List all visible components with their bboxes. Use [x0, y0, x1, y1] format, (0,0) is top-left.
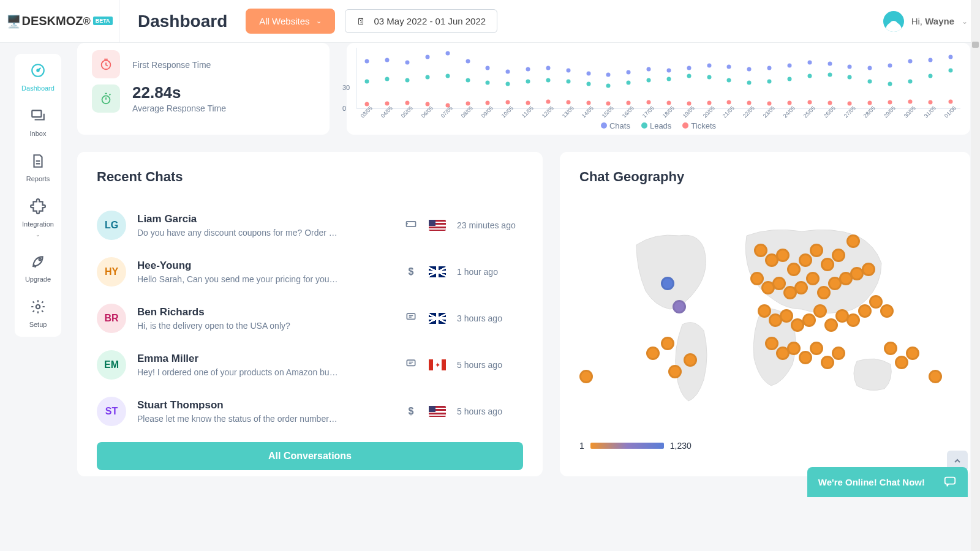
avg-response-label: Average Response Time: [132, 103, 226, 113]
map-marker[interactable]: [661, 277, 674, 290]
chat-time: 3 hours ago: [457, 313, 523, 323]
map-marker[interactable]: [758, 304, 771, 318]
map-marker[interactable]: [802, 313, 816, 327]
sidebar-item-reports[interactable]: Reports: [15, 153, 61, 182]
chat-type-icon: $: [404, 266, 418, 277]
map-marker[interactable]: [799, 351, 812, 364]
map-marker[interactable]: [884, 342, 897, 355]
map-marker[interactable]: [673, 300, 686, 313]
chat-row[interactable]: LGLiam GarciaDo you have any discount co…: [97, 202, 523, 249]
logo-icon: 🖥️: [6, 14, 21, 29]
chart-legend: Chats Leads Tickets: [356, 121, 960, 130]
chat-type-icon: [404, 311, 418, 326]
date-range-picker[interactable]: 🗓 03 May 2022 - 01 Jun 2022: [345, 9, 498, 33]
clock-icon: [92, 50, 120, 78]
map-marker[interactable]: [799, 253, 812, 267]
map-marker[interactable]: [895, 356, 908, 369]
world-map[interactable]: [579, 202, 951, 435]
sidebar: Dashboard Inbox Reports Integration ⌄ Up…: [15, 54, 61, 337]
user-menu[interactable]: Hi, Wayne ⌄: [883, 11, 968, 32]
svg-rect-2: [32, 110, 41, 117]
map-marker[interactable]: [880, 304, 894, 318]
avatar: EM: [97, 350, 126, 380]
map-marker[interactable]: [813, 304, 827, 318]
chat-row[interactable]: BRBen RichardsHi, is the delivery open t…: [97, 295, 523, 342]
map-marker[interactable]: [929, 370, 942, 383]
logo-wrap[interactable]: 🖥️ DESKMOZ® BETA: [0, 0, 119, 43]
chat-bubble-icon: [943, 474, 957, 490]
chevron-down-icon: ⌄: [316, 17, 322, 25]
chat-name: Stuart Thompson: [137, 399, 393, 411]
sidebar-item-setup[interactable]: Setup: [15, 299, 61, 328]
chat-type-icon: $: [404, 406, 418, 417]
file-icon: [30, 153, 46, 173]
map-marker[interactable]: [810, 342, 823, 355]
live-chat-widget[interactable]: We're Online! Chat Now!: [807, 467, 968, 497]
map-marker[interactable]: [684, 353, 697, 367]
svg-rect-8: [407, 313, 415, 319]
chat-icon: [30, 108, 46, 127]
line-chart: 0 30: [356, 48, 960, 109]
map-marker[interactable]: [817, 286, 831, 299]
map-marker[interactable]: [772, 277, 786, 290]
recent-chats-title: Recent Chats: [97, 169, 523, 185]
map-marker[interactable]: [832, 347, 845, 360]
topbar: 🖥️ DESKMOZ® BETA Dashboard All Websites …: [0, 0, 980, 43]
flag-icon: [429, 313, 446, 324]
map-marker[interactable]: [821, 356, 834, 369]
chat-row[interactable]: STStuart ThompsonPlease let me know the …: [97, 388, 523, 435]
map-marker[interactable]: [869, 295, 883, 309]
greeting: Hi, Wayne: [911, 16, 954, 26]
avg-response-value: 22.84s: [132, 83, 226, 102]
chevron-down-icon: ⌄: [962, 17, 968, 26]
scrollbar[interactable]: [971, 0, 980, 551]
map-marker[interactable]: [862, 263, 875, 276]
map-marker[interactable]: [806, 272, 820, 285]
sidebar-item-inbox[interactable]: Inbox: [15, 108, 61, 137]
recent-chats-card: Recent Chats LGLiam GarciaDo you have an…: [77, 152, 543, 476]
sidebar-item-integration[interactable]: Integration ⌄: [15, 198, 61, 238]
map-marker[interactable]: [810, 244, 823, 257]
all-conversations-button[interactable]: All Conversations: [97, 442, 523, 470]
chat-time: 5 hours ago: [457, 407, 523, 416]
chevron-down-icon: ⌄: [36, 231, 40, 238]
chat-time: 23 minutes ago: [457, 220, 523, 230]
flag-icon: [429, 406, 446, 417]
geo-title: Chat Geography: [579, 169, 951, 185]
sidebar-item-upgrade[interactable]: Upgrade: [15, 253, 61, 283]
gauge-icon: [30, 62, 46, 82]
map-marker[interactable]: [858, 304, 872, 318]
chat-type-icon: [404, 218, 418, 233]
map-marker[interactable]: [824, 318, 838, 332]
chat-name: Liam Garcia: [137, 213, 393, 225]
beta-badge: BETA: [93, 17, 113, 25]
calendar-icon: 🗓: [356, 16, 366, 26]
puzzle-icon: [30, 198, 46, 218]
all-websites-dropdown[interactable]: All Websites ⌄: [246, 9, 334, 34]
map-marker[interactable]: [646, 347, 660, 360]
chat-preview: Hey! I ordered one of your products on A…: [137, 367, 339, 377]
map-marker[interactable]: [776, 249, 790, 262]
chat-row[interactable]: HYHee-YoungHello Sarah, Can you send me …: [97, 249, 523, 295]
map-marker[interactable]: [579, 370, 593, 383]
chat-time: 1 hour ago: [457, 267, 523, 277]
map-marker[interactable]: [832, 249, 845, 262]
map-marker[interactable]: [787, 263, 801, 276]
avatar: HY: [97, 257, 126, 287]
chat-row[interactable]: EMEmma MillerHey! I ordered one of your …: [97, 342, 523, 388]
svg-point-3: [39, 258, 41, 260]
geo-card: Chat Geography 1 1,230: [560, 152, 970, 476]
map-marker[interactable]: [780, 309, 793, 323]
map-marker[interactable]: [821, 258, 834, 271]
chat-time: 5 hours ago: [457, 360, 523, 370]
sidebar-item-dashboard[interactable]: Dashboard: [15, 62, 61, 92]
map-marker[interactable]: [750, 272, 764, 285]
chat-list: LGLiam GarciaDo you have any discount co…: [97, 202, 523, 435]
flag-icon: ✦: [429, 359, 446, 370]
svg-point-6: [102, 96, 110, 103]
legend-gradient: [590, 443, 664, 449]
chat-name: Ben Richards: [137, 306, 393, 318]
avatar: ST: [97, 397, 126, 426]
map-marker[interactable]: [906, 347, 919, 360]
chat-name: Hee-Young: [137, 260, 393, 272]
